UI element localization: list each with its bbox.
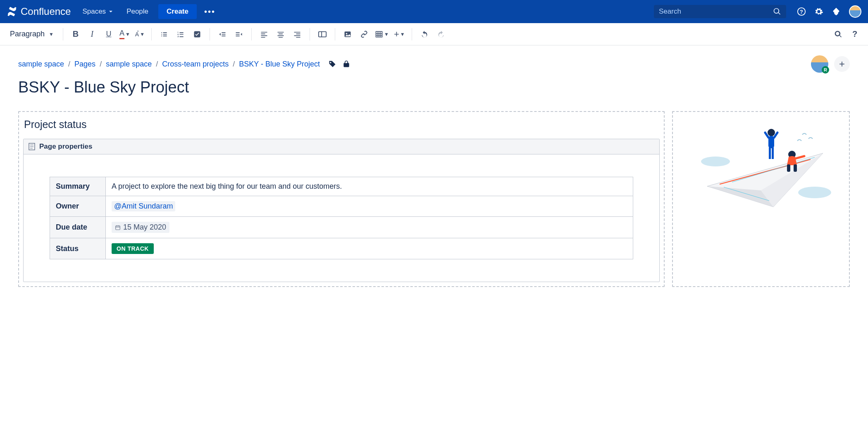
image-button[interactable] <box>340 27 355 42</box>
table-row: Status ON TRACK <box>50 238 633 259</box>
notifications-icon[interactable] <box>829 5 843 19</box>
svg-rect-33 <box>787 164 790 172</box>
table-row: Due date 15 May 2020 <box>50 217 633 238</box>
editor-toolbar: Paragraph ▼ B I U A▼ Å▼ ▼ +▼ ? <box>0 23 868 45</box>
table-button[interactable]: ▼ <box>373 27 391 42</box>
svg-rect-34 <box>794 164 797 172</box>
layout-cell-left[interactable]: Project status Page properties Summary A… <box>18 111 665 287</box>
breadcrumb-item[interactable]: Pages <box>74 60 95 69</box>
confluence-icon <box>7 6 17 17</box>
action-item-button[interactable] <box>190 27 205 42</box>
more-menu-button[interactable]: ••• <box>200 4 219 20</box>
breadcrumb-item[interactable]: BSKY - Blue Sky Project <box>239 60 320 69</box>
outdent-button[interactable] <box>215 27 230 42</box>
page-title[interactable]: BSKY - Blue Sky Project <box>18 78 850 96</box>
summary-value[interactable]: A project to explore the next big thing … <box>106 177 633 196</box>
svg-rect-3 <box>319 31 326 37</box>
text-color-button[interactable]: A▼ <box>118 27 132 42</box>
bullet-list-button[interactable] <box>157 27 172 42</box>
user-mention[interactable]: @Amit Sundaram <box>112 201 175 211</box>
indent-button[interactable] <box>231 27 246 42</box>
product-name: Confluence <box>21 6 71 17</box>
layout-cell-right[interactable] <box>672 111 850 287</box>
macro-header: Page properties <box>24 139 659 154</box>
align-left-button[interactable] <box>257 27 272 42</box>
text-style-selector[interactable]: Paragraph ▼ <box>6 27 58 41</box>
align-center-button[interactable] <box>273 27 288 42</box>
editor-presence-avatar[interactable] <box>811 55 828 73</box>
editor-content: sample space/ Pages/ sample space/ Cross… <box>0 45 868 297</box>
invite-to-edit-button[interactable]: + <box>834 56 850 72</box>
profile-avatar[interactable] <box>849 5 861 18</box>
bold-button[interactable]: B <box>68 27 83 42</box>
svg-point-6 <box>346 33 347 34</box>
confluence-logo[interactable]: Confluence <box>7 6 74 17</box>
status-lozenge[interactable]: ON TRACK <box>112 243 154 254</box>
svg-text:?: ? <box>800 9 803 15</box>
svg-rect-31 <box>772 147 774 159</box>
status-label[interactable]: Status <box>50 238 106 259</box>
settings-icon[interactable] <box>812 5 826 19</box>
nav-people[interactable]: People <box>122 4 153 19</box>
date-lozenge[interactable]: 15 May 2020 <box>112 222 169 233</box>
redo-button[interactable] <box>434 27 448 42</box>
calendar-icon <box>115 225 121 230</box>
chevron-down-icon: ▼ <box>49 31 54 37</box>
owner-label[interactable]: Owner <box>50 196 106 217</box>
link-button[interactable] <box>357 27 372 42</box>
nav-spaces[interactable]: Spaces <box>77 4 118 19</box>
italic-button[interactable]: I <box>85 27 100 42</box>
find-replace-button[interactable] <box>831 27 846 42</box>
breadcrumb-item[interactable]: sample space <box>18 60 64 69</box>
svg-rect-30 <box>769 147 771 159</box>
svg-point-28 <box>768 129 775 136</box>
help-icon[interactable]: ? <box>794 5 808 19</box>
search-input[interactable] <box>659 7 773 16</box>
restrictions-icon[interactable] <box>342 60 351 68</box>
create-button[interactable]: Create <box>158 4 197 19</box>
svg-line-35 <box>795 156 804 159</box>
insert-more-button[interactable]: +▼ <box>392 27 407 42</box>
layout-two-column: Project status Page properties Summary A… <box>18 111 850 287</box>
search-icon <box>773 7 781 16</box>
illustration-paper-plane <box>687 120 835 228</box>
breadcrumb: sample space/ Pages/ sample space/ Cross… <box>18 60 320 69</box>
macro-label: Page properties <box>39 142 93 151</box>
table-row: Summary A project to explore the next bi… <box>50 177 633 196</box>
section-heading[interactable]: Project status <box>24 119 660 130</box>
svg-rect-16 <box>116 225 120 229</box>
svg-point-20 <box>701 157 730 166</box>
global-nav: Confluence Spaces People Create ••• ? <box>0 0 868 23</box>
breadcrumb-item[interactable]: Cross-team projects <box>162 60 229 69</box>
undo-button[interactable] <box>417 27 432 42</box>
chevron-down-icon <box>108 9 113 14</box>
more-formatting-button[interactable]: Å▼ <box>134 27 146 42</box>
breadcrumb-item[interactable]: sample space <box>106 60 152 69</box>
labels-icon[interactable] <box>328 60 336 68</box>
align-right-button[interactable] <box>290 27 305 42</box>
table-row: Owner @Amit Sundaram <box>50 196 633 217</box>
underline-button[interactable]: U <box>101 27 116 42</box>
page-properties-macro[interactable]: Page properties Summary A project to exp… <box>23 139 660 282</box>
due-date-label[interactable]: Due date <box>50 217 106 238</box>
editor-help-button[interactable]: ? <box>847 27 862 42</box>
properties-table[interactable]: Summary A project to explore the next bi… <box>50 177 633 259</box>
svg-rect-7 <box>376 31 382 37</box>
page-properties-icon <box>29 143 35 150</box>
search-box[interactable] <box>654 5 786 18</box>
summary-label[interactable]: Summary <box>50 177 106 196</box>
numbered-list-button[interactable] <box>173 27 188 42</box>
svg-point-21 <box>798 187 831 198</box>
layouts-button[interactable] <box>315 27 330 42</box>
